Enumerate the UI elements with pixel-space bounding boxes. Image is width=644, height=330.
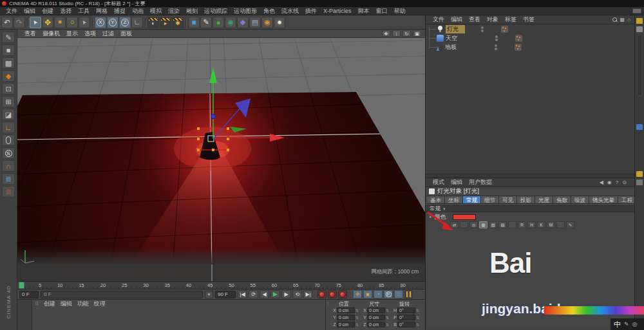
spinner-icon[interactable]: ⇅ [355,308,359,313]
goto-start-button[interactable]: |◀ [238,290,247,298]
menu-item[interactable]: 网格 [93,7,111,15]
spline-pen-button[interactable]: ✎ [200,17,212,28]
object-row[interactable]: 灯光 [426,24,634,33]
menu-item[interactable]: 雕刻 [183,7,201,15]
filter-icon[interactable]: ▦ [620,17,625,23]
menu-item[interactable]: 运动图形 [231,7,260,15]
gap[interactable] [556,221,565,228]
object-type-icon[interactable] [437,26,444,33]
timeline-ruler[interactable]: 051015202530354045505560657075808590 [17,281,425,289]
target-icon[interactable]: ⊙ [622,180,627,185]
menu-item[interactable]: 捕捉 [111,7,129,15]
menu-item[interactable]: X-Particles [320,8,355,14]
play-mode-button[interactable]: ⟲ [292,290,302,298]
frame-range-slider[interactable]: 0 F [41,291,203,298]
menubar-extra-button[interactable] [632,8,641,14]
viewport-menu-item[interactable]: 摄像机 [39,30,63,38]
rotation-value-field[interactable]: 0° [397,322,415,327]
visibility-dots[interactable] [488,44,504,50]
menu-item[interactable]: 窗口 [373,7,391,15]
size-value-field[interactable]: 0 cm [367,322,385,327]
loop-button[interactable]: ⟳ [249,290,258,298]
keyframe-selection-button[interactable] [338,290,347,298]
texture-mode-tool[interactable]: ▩ [2,57,15,69]
spinner-icon[interactable]: ⇅ [416,308,419,313]
make-editable-tool[interactable]: ✎ [2,32,15,43]
scale-tool[interactable]: ■ [54,17,66,28]
menu-item[interactable]: 帮助 [391,7,409,15]
menu-item[interactable]: 渲染 [165,7,183,15]
lock-icon[interactable]: ◉ [607,180,612,185]
menu-item[interactable]: 动画 [129,7,147,15]
attribute-menu-item[interactable]: 用户数据 [466,178,495,187]
viewport-menu-item[interactable]: 选项 [81,30,99,38]
key-parameter-toggle[interactable]: P [384,290,393,298]
spinner-icon[interactable]: ⇅ [386,315,389,320]
tab-photometric[interactable]: 光度 [535,196,553,204]
object-name[interactable]: 地板 [445,43,478,51]
path-icon[interactable]: ⌂ [627,17,630,23]
record-keyframe-button[interactable] [317,290,327,298]
frame-slider-dropdown[interactable]: ▾ [205,291,213,298]
gizmo-center-dot[interactable] [211,115,216,119]
floor-object-button[interactable]: ▤ [249,17,261,28]
menu-item[interactable]: 创建 [39,7,57,15]
lock-x-button[interactable]: X [95,17,106,28]
menu-item[interactable]: 模拟 [147,7,165,15]
maximize-view-icon[interactable]: ▣ [413,30,421,37]
array-button[interactable]: ◉ [225,17,236,28]
mode-rgb-icon[interactable]: R [518,221,526,228]
section-header[interactable]: 常规 ▾ [426,205,634,212]
search-icon[interactable] [612,17,618,23]
key-pla-toggle[interactable]: ∷ [394,290,403,298]
menu-item[interactable]: 工具 [75,7,93,15]
sep[interactable] [26,17,29,28]
model-mode-tool[interactable]: ■ [2,44,15,56]
sep[interactable] [144,17,147,28]
autokey-button[interactable] [328,290,337,298]
object-row[interactable]: 天空 [426,33,634,42]
key-scale-toggle[interactable]: ■ [363,290,372,298]
attribute-menu-item[interactable]: 编辑 [448,178,466,187]
object-tag-icon[interactable] [515,35,522,42]
object-manager-menu-item[interactable]: 文件 [430,15,448,24]
position-value-field[interactable]: 0 cm [337,307,355,313]
render-settings-button[interactable]: ✱ [172,17,184,28]
layer-manager2-tool[interactable]: ≣ [2,186,15,197]
menu-item[interactable]: 角色 [260,7,278,15]
object-manager-menu-item[interactable]: 查看 [466,15,484,24]
viewport-scene[interactable] [17,38,425,281]
end-frame-field[interactable]: 90 F [215,291,236,298]
gap[interactable] [460,221,468,228]
cube-object-button[interactable]: ■ [188,17,200,28]
coord-system-button[interactable]: ∟ [131,17,143,28]
object-manager-menu-item[interactable]: 书签 [520,15,538,24]
rotation-value-field[interactable]: 0° [397,315,415,320]
redo-button[interactable]: ↷ [14,17,25,28]
axis-mode-tool[interactable]: ◆ [2,70,15,82]
lock-y-button[interactable]: Y [107,17,118,28]
edges-mode-tool[interactable]: ⊞ [2,96,15,107]
pen-icon[interactable]: ✎ [624,321,629,327]
next-key-button[interactable]: ▶ [281,290,291,298]
subdivision-button[interactable]: ● [213,17,224,28]
play-button[interactable]: ▶ [270,290,280,298]
gap[interactable] [508,221,516,228]
menu-item[interactable]: 流水线 [278,7,302,15]
mode-mix-icon[interactable]: M [547,221,555,228]
deformer-button[interactable]: ◆ [237,17,249,28]
viewport-menu-item[interactable]: 过滤 [99,30,117,38]
viewport-panel[interactable]: 查看摄像机显示选项过滤面板 ✥↕↻▣ 网格间距 : 1000 cm [17,30,425,281]
position-value-field[interactable]: 0 cm [337,322,355,327]
spinner-icon[interactable]: ⇅ [386,308,389,313]
object-name[interactable]: 天空 [446,34,479,42]
tab-basic[interactable]: 基本 [427,196,445,204]
spinner-icon[interactable]: ⇅ [416,322,419,327]
timeline-playhead[interactable] [19,282,24,289]
layout-tab-icon[interactable] [636,171,643,177]
spinner-icon[interactable]: ⇅ [355,315,359,320]
menu-item[interactable]: 选择 [57,7,75,15]
object-name[interactable]: 灯光 [446,25,465,33]
spinner-icon[interactable]: ⇅ [416,315,419,320]
layer-manager-tool[interactable]: ≣ [2,173,15,185]
